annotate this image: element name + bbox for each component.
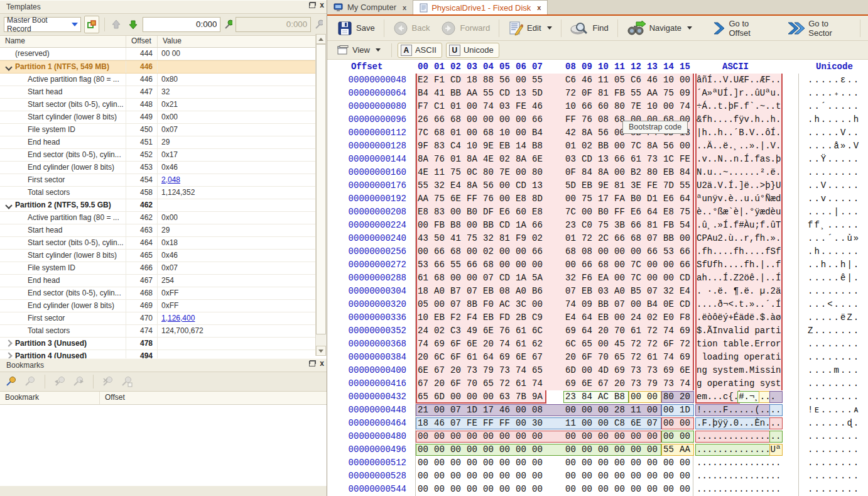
- hex-byte[interactable]: 7E: [631, 100, 641, 113]
- template-row[interactable]: Total sectors4581,124,352: [0, 187, 327, 199]
- hex-byte[interactable]: 84: [582, 390, 592, 404]
- hex-byte[interactable]: 00: [467, 443, 477, 456]
- scroll-down-button[interactable]: [316, 346, 326, 356]
- hex-byte[interactable]: 64: [647, 206, 658, 219]
- template-row[interactable]: End head45129: [0, 136, 327, 149]
- hex-byte[interactable]: 61: [647, 351, 658, 364]
- offset-column-header[interactable]: Offset: [351, 60, 382, 74]
- hex-byte[interactable]: C6: [565, 74, 576, 87]
- hex-byte[interactable]: 02: [434, 324, 445, 338]
- hex-byte[interactable]: 00: [499, 192, 510, 206]
- template-selector[interactable]: Master Boot Record: [4, 17, 81, 32]
- hex-byte[interactable]: 64: [582, 324, 592, 338]
- hex-byte[interactable]: 00: [680, 483, 690, 496]
- hex-row[interactable]: 00000000064B441BBAA55CD135D720F81FB55AA7…: [327, 87, 868, 100]
- hex-byte[interactable]: 81: [647, 219, 658, 232]
- goto-sector-button[interactable]: Go to Sector: [782, 17, 856, 40]
- ascii-cell[interactable]: ................: [697, 430, 781, 443]
- hex-byte[interactable]: 07: [450, 417, 461, 430]
- hex-byte[interactable]: F9: [516, 232, 526, 245]
- hex-byte[interactable]: CD: [499, 219, 510, 232]
- ascii-cell[interactable]: ....ð¬<.t.»..´.Í: [697, 298, 781, 311]
- byte-column-header[interactable]: 06: [516, 60, 526, 74]
- hex-byte[interactable]: 00: [582, 206, 592, 219]
- hex-byte[interactable]: 01: [565, 232, 576, 245]
- hex-byte[interactable]: 00: [680, 430, 690, 443]
- hex-byte[interactable]: 20: [483, 338, 494, 351]
- hex-byte[interactable]: B0: [631, 192, 641, 206]
- hex-byte[interactable]: C0: [582, 219, 592, 232]
- hex-byte[interactable]: E4: [565, 311, 576, 324]
- hex-byte[interactable]: 6F: [450, 338, 461, 351]
- ascii-cell[interactable]: ªunÿv.è..u.ú°Ñæd: [697, 192, 781, 206]
- hex-byte[interactable]: 00: [483, 113, 494, 126]
- hex-byte[interactable]: 65: [418, 390, 428, 404]
- hex-byte[interactable]: 2B: [516, 311, 526, 324]
- hex-byte[interactable]: 00: [631, 470, 641, 483]
- hex-byte[interactable]: 00: [598, 430, 609, 443]
- hex-byte[interactable]: C1: [434, 100, 445, 113]
- hex-byte[interactable]: 00: [565, 430, 576, 443]
- ascii-cell[interactable]: .ëòôëý+Éädë.$.àø: [697, 311, 781, 324]
- hex-byte[interactable]: B8: [614, 390, 625, 404]
- hex-byte[interactable]: 09: [680, 87, 690, 100]
- byte-column-header[interactable]: 08: [565, 60, 576, 74]
- hex-byte[interactable]: 00: [631, 245, 641, 258]
- hex-byte[interactable]: 66: [631, 219, 641, 232]
- hex-byte[interactable]: 00: [680, 74, 690, 87]
- hex-byte[interactable]: 60: [598, 100, 609, 113]
- hex-byte[interactable]: F8: [680, 311, 690, 324]
- hex-byte[interactable]: 00: [516, 417, 526, 430]
- hex-byte[interactable]: 00: [516, 166, 526, 179]
- ascii-cell[interactable]: .fh....fh....fSf: [697, 245, 781, 258]
- hex-byte[interactable]: 00: [532, 258, 543, 272]
- hex-byte[interactable]: 6F: [582, 351, 592, 364]
- unicode-cell[interactable]: ..v.....: [808, 192, 860, 206]
- hex-byte[interactable]: 73: [467, 364, 477, 377]
- hex-byte[interactable]: 76: [483, 192, 494, 206]
- hex-byte[interactable]: 00: [467, 430, 477, 443]
- hex-byte[interactable]: 00: [663, 417, 674, 430]
- template-row[interactable]: Partition 2 (NTFS, 59.5 GB)462: [0, 199, 327, 212]
- hex-byte[interactable]: 01: [450, 100, 461, 113]
- hex-byte[interactable]: 8A: [647, 140, 658, 153]
- hex-byte[interactable]: 10: [418, 311, 428, 324]
- hex-byte[interactable]: 72: [647, 338, 658, 351]
- hex-byte[interactable]: 1A: [516, 219, 526, 232]
- hex-byte[interactable]: 07: [647, 232, 658, 245]
- hex-row[interactable]: 0000000036874696F6E207461626C65004572726…: [327, 338, 868, 351]
- hex-byte[interactable]: 07: [647, 285, 658, 298]
- hex-byte[interactable]: 7C: [565, 206, 576, 219]
- find-button[interactable]: Find: [565, 19, 613, 38]
- hex-byte[interactable]: 00: [582, 483, 592, 496]
- hex-byte[interactable]: FB: [434, 219, 445, 232]
- hex-byte[interactable]: 00: [418, 456, 428, 470]
- hex-byte[interactable]: 00: [663, 404, 674, 417]
- ascii-cell[interactable]: âñÍ..V.UÆF..ÆF..: [697, 74, 781, 87]
- hex-byte[interactable]: 66: [680, 258, 690, 272]
- ascii-cell[interactable]: è..°ßæ`è|.°ÿædèu: [697, 206, 781, 219]
- hex-byte[interactable]: 13: [516, 87, 526, 100]
- hex-byte[interactable]: 00: [516, 113, 526, 126]
- hex-byte[interactable]: 20: [614, 377, 625, 390]
- hex-byte[interactable]: 00: [565, 456, 576, 470]
- hex-byte[interactable]: 81: [598, 87, 609, 100]
- template-row[interactable]: Partition 4 (Unused)494: [0, 350, 327, 358]
- hex-byte[interactable]: 11: [631, 404, 641, 417]
- byte-column-header[interactable]: 02: [450, 60, 461, 74]
- hex-byte[interactable]: 74: [680, 100, 690, 113]
- byte-column-header[interactable]: 14: [663, 60, 674, 74]
- hex-byte[interactable]: 00: [450, 483, 461, 496]
- hex-row[interactable]: 000000002725366556668000000006668007C000…: [327, 258, 868, 272]
- template-row[interactable]: Start cylinder (lower 8 bits)4650x46: [0, 250, 327, 262]
- hex-byte[interactable]: 6C: [565, 338, 576, 351]
- hex-byte[interactable]: EB: [663, 166, 674, 179]
- template-row[interactable]: Start head46329: [0, 224, 327, 237]
- hex-byte[interactable]: FF: [565, 113, 576, 126]
- hex-byte[interactable]: 00: [450, 443, 461, 456]
- column-header-offset[interactable]: Offset: [100, 392, 327, 404]
- hex-byte[interactable]: 00: [418, 219, 428, 232]
- hex-byte[interactable]: 30: [532, 417, 543, 430]
- hex-byte[interactable]: 00: [631, 443, 641, 456]
- hex-byte[interactable]: 00: [418, 245, 428, 258]
